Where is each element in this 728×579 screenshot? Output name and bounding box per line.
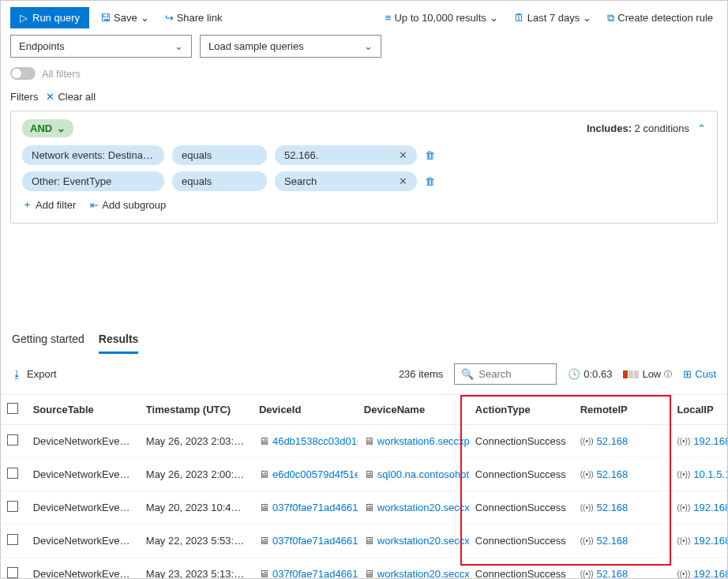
severity-bars-icon [623, 370, 639, 378]
detection-rule-button[interactable]: ⧉ Create detection rule [602, 9, 718, 28]
plus-icon: ＋ [22, 197, 32, 212]
row-checkbox[interactable] [7, 501, 18, 512]
device-icon: 🖥 [364, 535, 374, 547]
info-icon[interactable]: ⓘ [664, 369, 672, 380]
filter-row: Network events: DestinationIPA... equals… [22, 145, 706, 165]
device-name-link[interactable]: 🖥workstation6.seccxp... [364, 435, 463, 447]
cell-timestamp: May 26, 2023 2:00:41 PM [140, 458, 253, 491]
run-query-button[interactable]: ▷ Run query [10, 7, 89, 28]
chevron-down-icon: ⌄ [364, 40, 373, 52]
share-button[interactable]: ↪ Share link [160, 9, 227, 27]
add-subgroup-button[interactable]: ⇤ Add subgroup [90, 197, 166, 212]
filter-value-pill[interactable]: 52.166. ✕ [275, 145, 417, 165]
filter-op-pill[interactable]: equals [172, 171, 267, 191]
local-ip-link[interactable]: ((•))192.168 [677, 535, 721, 547]
collapse-icon[interactable]: ⌃ [697, 122, 706, 134]
results-toolbar: ⭳ Export 236 items 🔍 🕓 0:0.63 Low ⓘ ⊞ Cu… [1, 354, 727, 395]
device-name-link[interactable]: 🖥workstation20.seccxp... [364, 535, 463, 547]
col-source[interactable]: SourceTable [27, 395, 140, 425]
filter-value-pill[interactable]: Search ✕ [275, 171, 417, 191]
operator-chip[interactable]: AND ⌄ [22, 119, 73, 137]
tab-results[interactable]: Results [99, 326, 139, 354]
device-icon: 🖥 [364, 468, 374, 480]
col-timestamp[interactable]: Timestamp (UTC) [140, 395, 253, 425]
cell-source: DeviceNetworkEvents [27, 425, 140, 458]
time-range-button[interactable]: 🗓 Last 7 days ⌄ [509, 9, 597, 27]
query-timing: 🕓 0:0.63 [568, 368, 612, 380]
row-checkbox[interactable] [7, 434, 18, 446]
export-button[interactable]: ⭳ Export [12, 368, 57, 380]
col-device-id[interactable]: DeviceId [253, 395, 358, 425]
all-filters-toggle[interactable] [10, 67, 36, 80]
filter-field-pill[interactable]: Network events: DestinationIPA... [22, 145, 164, 165]
filter-value-text: Search [284, 175, 317, 187]
detection-icon: ⧉ [607, 12, 614, 24]
filter-op-pill[interactable]: equals [172, 145, 267, 165]
includes-text: Includes: 2 conditions [587, 122, 689, 134]
clear-all-label: Clear all [58, 91, 96, 103]
remote-ip-link[interactable]: ((•))52.168 [580, 568, 665, 579]
row-checkbox[interactable] [7, 534, 18, 545]
top-toolbar: ▷ Run query 🖫 Save ⌄ ↪ Share link ≡ Up t… [1, 1, 727, 35]
filter-field-pill[interactable]: Other: EventType [22, 171, 164, 191]
device-id-link[interactable]: 🖥e6d0c00579d4f51ee1... [259, 468, 351, 480]
device-name-link[interactable]: 🖥workstation20.seccxp... [364, 502, 463, 513]
time-range-label: Last 7 days [527, 12, 580, 24]
download-icon: ⭳ [12, 368, 22, 380]
cell-source: DeviceNetworkEvents [27, 524, 140, 558]
customize-label: Cust [695, 368, 716, 380]
chevron-down-icon: ⌄ [583, 12, 591, 24]
clear-value-icon[interactable]: ✕ [392, 149, 407, 161]
device-id-link[interactable]: 🖥46db1538cc03d01ed... [259, 435, 351, 447]
search-input[interactable] [478, 368, 550, 380]
local-ip-link[interactable]: ((•))192.168 [677, 502, 721, 513]
all-filters-label: All filters [42, 68, 81, 80]
all-filters-row: All filters [1, 64, 727, 86]
device-id-link[interactable]: 🖥037f0fae71ad4661e3... [259, 502, 351, 513]
tab-getting-started[interactable]: Getting started [12, 326, 84, 354]
cell-source: DeviceNetworkEvents [27, 558, 140, 580]
add-filter-button[interactable]: ＋ Add filter [22, 197, 76, 212]
clear-value-icon[interactable]: ✕ [392, 175, 407, 187]
scope-select[interactable]: Endpoints ⌄ [10, 35, 192, 58]
select-all-checkbox[interactable] [7, 403, 18, 414]
local-ip-link[interactable]: ((•))192.168 [677, 568, 721, 579]
filter-value-text: 52.166. [284, 149, 318, 161]
sample-select[interactable]: Load sample queries ⌄ [200, 35, 381, 58]
clock-icon: 🕓 [568, 368, 580, 380]
cell-source: DeviceNetworkEvents [27, 491, 140, 524]
local-ip-link[interactable]: ((•))192.168 [677, 435, 721, 447]
local-ip-link[interactable]: ((•))10.1.5.1 [677, 468, 721, 480]
customize-columns-button[interactable]: ⊞ Cust [683, 368, 716, 380]
cell-timestamp: May 23, 2023 5:13:53 PM [140, 558, 253, 580]
filter-group-header: AND ⌄ Includes: 2 conditions ⌃ [22, 119, 706, 137]
device-icon: 🖥 [259, 568, 269, 579]
signal-icon: ((•)) [580, 570, 594, 578]
col-device-name[interactable]: DeviceName [358, 395, 469, 425]
delete-filter-icon[interactable]: 🗑 [425, 175, 435, 187]
row-checkbox[interactable] [7, 468, 18, 479]
play-icon: ▷ [20, 12, 28, 24]
save-button[interactable]: 🖫 Save ⌄ [96, 9, 154, 27]
row-checkbox[interactable] [7, 567, 18, 578]
device-name-link[interactable]: 🖥workstation20.seccxp... [364, 568, 463, 579]
clear-all-button[interactable]: ✕ Clear all [46, 91, 96, 103]
device-id-link[interactable]: 🖥037f0fae71ad4661e3... [259, 535, 351, 547]
device-name-link[interactable]: 🖥sql00.na.contosohote... [364, 468, 463, 480]
results-limit-button[interactable]: ≡ Up to 10,000 results ⌄ [381, 9, 503, 27]
share-label: Share link [177, 12, 223, 24]
results-table-wrapper: SourceTable Timestamp (UTC) DeviceId Dev… [1, 395, 727, 579]
results-search[interactable]: 🔍 [454, 363, 557, 385]
severity-label: Low [642, 368, 661, 380]
delete-filter-icon[interactable]: 🗑 [425, 149, 435, 161]
save-icon: 🖫 [100, 12, 111, 24]
scope-row: Endpoints ⌄ Load sample queries ⌄ [1, 35, 727, 64]
device-icon: 🖥 [364, 435, 374, 447]
close-icon: ✕ [46, 91, 54, 103]
cell-timestamp: May 26, 2023 2:03:52 PM [140, 425, 253, 458]
chevron-down-icon: ⌄ [141, 12, 149, 24]
share-icon: ↪ [165, 12, 174, 24]
filter-row: Other: EventType equals Search ✕ 🗑 [22, 171, 706, 191]
col-local-ip[interactable]: LocalIP [670, 395, 727, 425]
device-id-link[interactable]: 🖥037f0fae71ad4661e3... [259, 568, 351, 579]
